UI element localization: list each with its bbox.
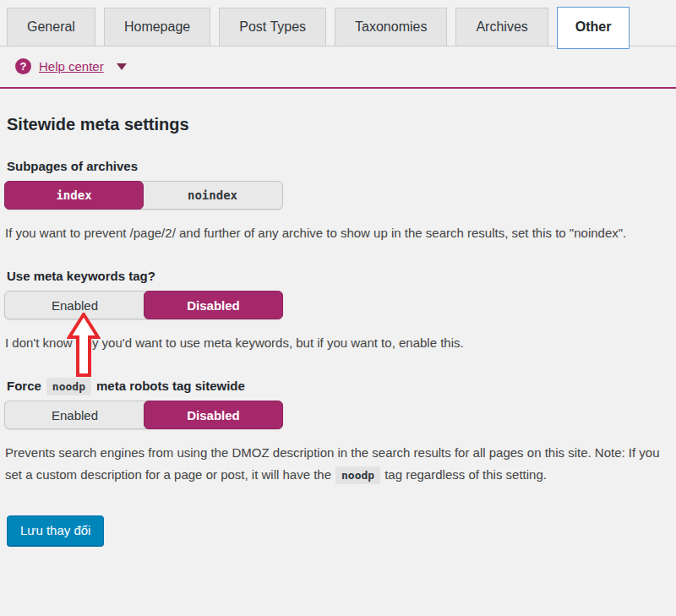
- subpages-toggle: index noindex: [4, 181, 283, 210]
- force-noodp-description-part1: Prevents search engines from using the D…: [5, 445, 660, 482]
- subpages-toggle-noindex[interactable]: noindex: [143, 182, 282, 209]
- noodp-code-badge: noodp: [46, 378, 91, 395]
- meta-keywords-description: I don't know why you'd want to use meta …: [5, 332, 669, 354]
- tab-homepage[interactable]: Homepage: [104, 8, 210, 46]
- save-changes-button[interactable]: Lưu thay đổi: [7, 515, 104, 546]
- force-noodp-description-part2: tag regardless of this setting.: [384, 467, 547, 482]
- force-noodp-label-prefix: Force: [7, 379, 41, 393]
- tab-panel-other: Sitewide meta settings Subpages of archi…: [0, 115, 676, 546]
- tab-bar: General Homepage Post Types Taxonomies A…: [0, 0, 676, 46]
- meta-keywords-toggle: Enabled Disabled: [4, 291, 283, 319]
- section-subpages-of-archives: Subpages of archives index noindex If yo…: [4, 159, 669, 244]
- help-center-link[interactable]: Help center: [39, 59, 104, 74]
- force-noodp-description: Prevents search engines from using the D…: [5, 442, 669, 487]
- section-force-noodp: Forcenoodpmeta robots tag sitewide Enabl…: [4, 379, 669, 487]
- meta-keywords-toggle-disabled[interactable]: Disabled: [144, 291, 283, 319]
- force-noodp-label-suffix: meta robots tag sitewide: [96, 379, 245, 393]
- subpages-description: If you want to prevent /page/2/ and furt…: [5, 222, 669, 244]
- tab-post-types[interactable]: Post Types: [219, 8, 326, 46]
- tab-archives[interactable]: Archives: [455, 8, 548, 46]
- question-mark-icon: ?: [15, 58, 31, 74]
- subpages-label: Subpages of archives: [7, 159, 669, 173]
- meta-keywords-label: Use meta keywords tag?: [7, 269, 669, 283]
- section-meta-keywords: Use meta keywords tag? Enabled Disabled …: [4, 269, 669, 354]
- tab-other[interactable]: Other: [557, 7, 630, 49]
- tab-general[interactable]: General: [7, 8, 95, 46]
- force-noodp-toggle-enabled[interactable]: Enabled: [5, 401, 144, 428]
- tab-taxonomies[interactable]: Taxonomies: [335, 8, 447, 46]
- force-noodp-label: Forcenoodpmeta robots tag sitewide: [7, 379, 669, 393]
- noodp-inline-code: noodp: [335, 466, 380, 484]
- force-noodp-toggle: Enabled Disabled: [4, 401, 283, 429]
- chevron-down-icon[interactable]: [117, 63, 127, 70]
- page-title: Sitewide meta settings: [7, 115, 669, 134]
- subpages-toggle-index[interactable]: index: [4, 181, 144, 210]
- force-noodp-toggle-disabled[interactable]: Disabled: [144, 401, 283, 429]
- settings-page: General Homepage Post Types Taxonomies A…: [0, 0, 676, 616]
- meta-keywords-toggle-enabled[interactable]: Enabled: [5, 292, 144, 319]
- help-bar: ? Help center: [0, 46, 676, 89]
